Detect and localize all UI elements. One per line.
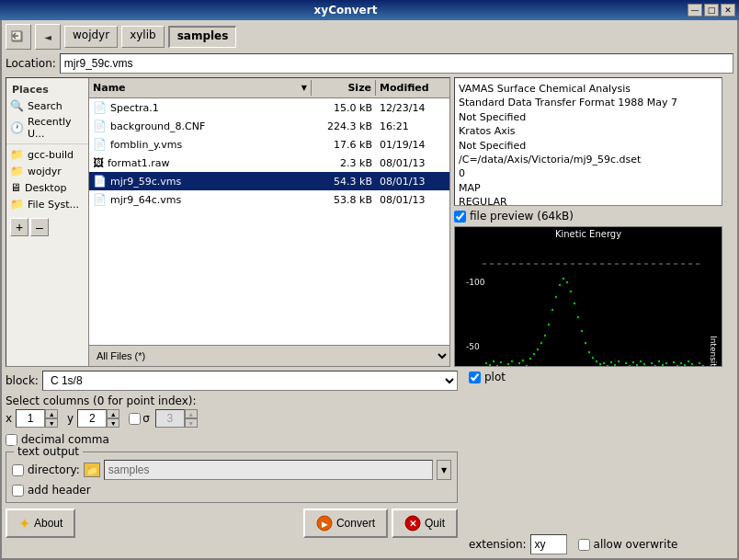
- bottom-section: block: C 1s/8 Select columns (0 for poin…: [6, 367, 733, 554]
- convert-icon: ▶: [316, 515, 333, 531]
- convert-label: Convert: [336, 517, 375, 530]
- svg-point-31: [577, 316, 579, 318]
- star-icon: ✦: [18, 515, 30, 532]
- sigma-up[interactable]: ▲: [185, 409, 198, 418]
- directory-row: directory: 📁 ▼: [12, 460, 451, 480]
- svg-point-36: [596, 360, 597, 362]
- quit-button[interactable]: ✕ Quit: [392, 509, 458, 538]
- sigma-label[interactable]: σ: [142, 412, 150, 425]
- sidebar-item-desktop[interactable]: 🖥 Desktop: [6, 179, 88, 196]
- places-add-remove: + –: [6, 216, 88, 238]
- sigma-checkbox[interactable]: [129, 413, 141, 425]
- svg-point-10: [500, 361, 502, 363]
- breadcrumb-samples[interactable]: samples: [168, 26, 237, 48]
- places-title: Places: [6, 82, 88, 97]
- title-text: xyConvert: [4, 4, 688, 17]
- file-name: 🖼 format1.raw: [89, 154, 312, 171]
- table-row[interactable]: 📄 background_8.CNF 224.3 kB 16:21: [89, 117, 449, 135]
- plot-label[interactable]: plot: [484, 371, 506, 383]
- overwrite-row: allow overwrite: [578, 538, 678, 551]
- file-size: 224.3 kB: [312, 119, 376, 134]
- directory-checkbox[interactable]: [12, 464, 24, 476]
- x-col-up[interactable]: ▲: [45, 409, 58, 418]
- table-row-selected[interactable]: 📄 mjr9_59c.vms 54.3 kB 08/01/13: [89, 172, 449, 190]
- block-select[interactable]: C 1s/8: [42, 371, 458, 391]
- close-button[interactable]: ✕: [721, 4, 735, 17]
- minimize-button[interactable]: —: [688, 4, 702, 17]
- sidebar-item-wojdyr[interactable]: 📁 wojdyr: [6, 163, 88, 179]
- maximize-button[interactable]: □: [704, 4, 719, 17]
- svg-point-27: [563, 278, 564, 280]
- preview-checkbox-row: file preview (64kB): [454, 210, 722, 223]
- decimal-comma-label[interactable]: decimal comma: [21, 433, 109, 446]
- sidebar-item-gcc[interactable]: 📁 gcc-build: [6, 146, 88, 163]
- file-modified: 16:21: [376, 119, 449, 134]
- file-icon: 🖼: [93, 156, 104, 169]
- col-modified-header[interactable]: Modified: [376, 80, 449, 96]
- x-col-down[interactable]: ▼: [45, 418, 58, 428]
- svg-point-8: [493, 360, 495, 362]
- folder-gcc-icon: 📁: [10, 148, 24, 161]
- col-size-header[interactable]: Size: [312, 80, 376, 96]
- extension-input[interactable]: [530, 534, 567, 554]
- svg-point-46: [632, 361, 634, 363]
- svg-text:▶: ▶: [322, 520, 328, 529]
- file-filter-select[interactable]: All Files (*): [89, 346, 449, 366]
- y-spinbox-buttons: ▲ ▼: [107, 409, 119, 428]
- breadcrumb-wojdyr[interactable]: wojdyr: [64, 26, 118, 48]
- places-add-button[interactable]: +: [10, 218, 28, 236]
- svg-point-65: [702, 365, 704, 367]
- sigma-input[interactable]: [155, 409, 185, 428]
- location-label: Location:: [6, 57, 56, 70]
- preview-label[interactable]: file preview (64kB): [470, 210, 574, 223]
- directory-dropdown-button[interactable]: ▼: [437, 460, 451, 480]
- svg-point-19: [533, 353, 535, 355]
- svg-point-35: [592, 357, 594, 359]
- add-header-label[interactable]: add header: [28, 484, 91, 497]
- directory-label[interactable]: directory:: [28, 463, 80, 476]
- add-header-checkbox[interactable]: [12, 485, 24, 497]
- file-modified: 01/19/14: [376, 137, 449, 153]
- y-col-down[interactable]: ▼: [107, 418, 119, 428]
- overwrite-label[interactable]: allow overwrite: [594, 538, 678, 551]
- back-button[interactable]: [6, 24, 31, 50]
- sigma-spinbox: ▲ ▼: [155, 409, 198, 428]
- decimal-comma-checkbox[interactable]: [6, 434, 17, 446]
- directory-input[interactable]: [104, 460, 433, 480]
- table-row[interactable]: 🖼 format1.raw 2.3 kB 08/01/13: [89, 154, 449, 172]
- plot-checkbox[interactable]: [469, 371, 481, 383]
- plot-row: plot: [465, 371, 733, 383]
- sidebar-item-recent[interactable]: 🕐 Recently U...: [6, 114, 88, 142]
- convert-button[interactable]: ▶ Convert: [303, 509, 388, 538]
- col-name-header[interactable]: Name ▼: [89, 80, 312, 96]
- file-icon: 📄: [93, 138, 107, 151]
- svg-point-37: [599, 363, 601, 365]
- quit-label: Quit: [425, 517, 445, 530]
- y-col-up[interactable]: ▲: [107, 409, 119, 418]
- sidebar-item-filesystem[interactable]: 📁 File Syst...: [6, 196, 88, 212]
- about-button[interactable]: ✦ About: [6, 509, 75, 538]
- breadcrumb-xylib[interactable]: xylib: [121, 26, 165, 48]
- main-window: ◄ wojdyr xylib samples Location: Places …: [0, 20, 739, 560]
- location-bar: Location:: [6, 53, 733, 74]
- x-spinbox-buttons: ▲ ▼: [45, 409, 58, 428]
- table-row[interactable]: 📄 fomblin_y.vms 17.6 kB 01/19/14: [89, 135, 449, 154]
- preview-checkbox[interactable]: [454, 211, 466, 223]
- places-remove-button[interactable]: –: [30, 218, 49, 236]
- y-col-input[interactable]: [77, 409, 107, 428]
- decimal-comma-row: decimal comma: [6, 433, 458, 446]
- svg-point-21: [540, 342, 542, 344]
- sidebar-item-search[interactable]: 🔍 Search: [6, 97, 88, 114]
- table-row[interactable]: 📄 mjr9_64c.vms 53.8 kB 08/01/13: [89, 190, 449, 209]
- sidebar-item-search-label: Search: [28, 100, 63, 112]
- location-input[interactable]: [60, 53, 733, 74]
- nav-back-button[interactable]: ◄: [35, 24, 61, 50]
- table-row[interactable]: 📄 Spectra.1 15.0 kB 12/23/14: [89, 98, 449, 117]
- desktop-icon: 🖥: [10, 181, 21, 194]
- x-spinbox: ▲ ▼: [16, 409, 58, 428]
- sidebar-item-wojdyr-label: wojdyr: [28, 166, 62, 177]
- file-size: 15.0 kB: [312, 100, 376, 116]
- sigma-down[interactable]: ▼: [185, 418, 198, 428]
- x-col-input[interactable]: [16, 409, 45, 428]
- overwrite-checkbox[interactable]: [578, 539, 590, 551]
